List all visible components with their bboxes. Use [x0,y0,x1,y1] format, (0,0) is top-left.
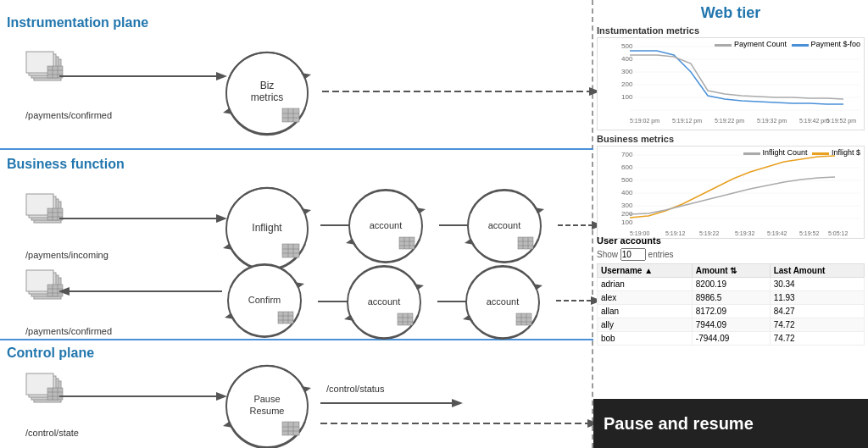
table-title: User accounts [597,235,865,246]
account2-circle: account [462,188,555,273]
svg-text:500: 500 [621,42,633,50]
svg-text:5:19:52 pm: 5:19:52 pm [826,118,856,124]
svg-text:100: 100 [621,93,633,101]
svg-text:5:19:32 pm: 5:19:32 pm [757,118,787,124]
legend-item-2: Payment $-foo [792,40,860,48]
path-payments-confirmed-2: /payments/confirmed [25,326,112,336]
account1-circle: account [343,188,437,273]
cell-username: bob [598,332,693,346]
path-control-state: /control/state [25,428,79,438]
svg-text:account: account [488,220,521,230]
svg-text:300: 300 [621,68,633,75]
legend-item-1: Payment Count [715,40,787,48]
left-panel: Instrumentation plane Business function … [0,0,593,448]
divider-1 [0,148,593,150]
svg-text:100: 100 [621,218,633,226]
table-row: bob -7944.09 74.72 [598,332,865,346]
svg-text:300: 300 [621,202,633,209]
instrumentation-chart-area: Payment Count Payment $-foo 500 400 300 … [597,37,865,130]
cell-username: adrian [598,278,693,291]
legend-item-4: Inflight $ [812,148,860,157]
table-row: ally 7944.09 74.72 [598,318,865,332]
svg-rect-16 [282,108,299,122]
svg-text:Resume: Resume [250,406,285,416]
cell-amount: 8200.19 [692,278,770,291]
right-panel: Web tier Instumentation metrics Payment … [593,0,868,448]
svg-rect-38 [282,244,299,257]
instrumentation-chart-title: Instumentation metrics [597,25,865,36]
show-entries: Show entries [597,248,865,261]
cell-last-amount: 11.93 [770,291,864,305]
svg-rect-60 [518,237,533,249]
account3-circle: account [342,264,435,349]
main-container: Instrumentation plane Business function … [0,0,868,448]
svg-rect-93 [398,313,413,325]
arrow-1 [59,69,229,83]
arrow-2 [59,212,229,225]
svg-text:5:19:12 pm: 5:19:12 pm [672,118,702,124]
path-payments-incoming: /payments/incoming [25,250,108,260]
svg-text:Inflight: Inflight [252,222,282,234]
svg-text:5:19:02 pm: 5:19:02 pm [630,118,659,124]
path-payments-confirmed-1: /payments/confirmed [25,110,112,120]
svg-text:metrics: metrics [251,91,284,103]
table-row: adrian 8200.19 30.34 [598,278,865,291]
svg-rect-82 [278,312,293,324]
svg-text:600: 600 [621,163,633,171]
legend-dot-2 [792,44,809,47]
cell-amount: -7944.09 [692,332,770,346]
table-row: alex 8986.5 11.93 [598,291,865,305]
col-amount: Amount ⇅ [692,264,770,278]
col-username: Username ▲ [598,264,693,278]
path-control-status: /control/status [326,384,384,394]
cell-amount: 8986.5 [692,291,770,305]
col-last-amount: Last Amount [770,264,864,278]
account4-circle: account [460,264,554,349]
business-svg: 700 600 500 400 300 200 100 5:19:00 5:19… [598,147,865,240]
table-body: adrian 8200.19 30.34alex 8986.5 11.93all… [598,278,865,346]
arrow-9 [320,396,465,410]
svg-rect-49 [399,237,415,249]
legend-dot-1 [715,44,732,47]
svg-text:5:19:42 pm: 5:19:42 pm [799,118,829,124]
entries-input[interactable] [620,248,646,261]
cell-username: allan [598,305,693,318]
dashed-arrow-1 [322,85,602,98]
instrumentation-label: Instrumentation plane [7,15,148,30]
user-accounts-section: User accounts Show entries Username ▲ Am… [597,235,865,346]
cell-username: ally [598,318,693,332]
business-chart-title: Business metrics [597,134,865,144]
legend-dot-3 [743,152,760,155]
web-tier-title: Web tier [593,4,868,22]
legend-item-3: Inflight Count [743,148,808,157]
instrumentation-chart: Instumentation metrics Payment Count Pay… [597,25,865,130]
arrow-8 [59,390,229,403]
svg-text:account: account [370,220,403,230]
svg-text:400: 400 [621,189,633,196]
chart-legend-2: Inflight Count Inflight $ [743,148,860,157]
svg-text:5:19:22 pm: 5:19:22 pm [715,118,744,124]
arrow-5 [59,285,229,298]
svg-rect-104 [516,313,531,325]
svg-text:account: account [487,296,520,307]
svg-text:Pause: Pause [253,394,280,404]
cell-last-amount: 30.34 [770,278,864,291]
table-row: allan 8172.09 84.27 [598,305,865,318]
svg-marker-77 [59,287,70,296]
svg-text:700: 700 [621,151,633,158]
cell-last-amount: 74.72 [770,332,864,346]
svg-marker-133 [452,399,463,407]
svg-text:500: 500 [621,176,633,184]
svg-text:account: account [368,296,401,307]
cell-last-amount: 84.27 [770,305,864,318]
svg-text:400: 400 [621,55,633,63]
business-chart-area: Inflight Count Inflight $ 700 600 500 40… [597,146,865,239]
legend-dot-4 [812,152,829,155]
cell-amount: 8172.09 [692,305,770,318]
control-label: Control plane [7,346,94,361]
chart-legend-1: Payment Count Payment $-foo [715,40,860,48]
biz-metrics-circle: Biz metrics [216,49,318,142]
svg-text:Confirm: Confirm [248,295,281,305]
confirm-circle: Confirm [216,263,314,347]
pause-resume-box: Pause and resume [593,399,868,448]
